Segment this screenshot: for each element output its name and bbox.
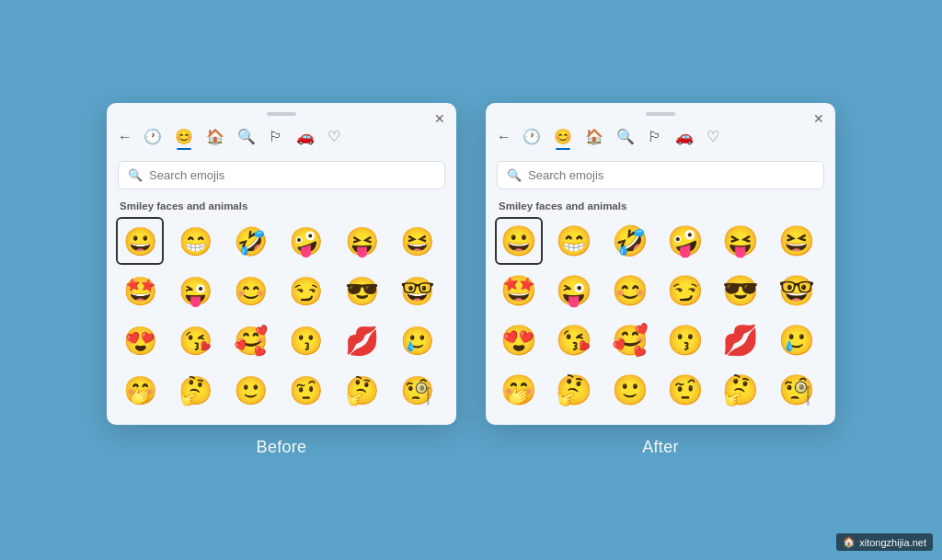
after-emoji-cell-3[interactable]: 🤪: [661, 217, 709, 265]
after-emoji-cell-23[interactable]: 🧐: [773, 366, 821, 414]
emoji-cell-20[interactable]: 🙂: [227, 366, 275, 414]
before-emoji-picker: ✕ ← 🕐 😊 🏠 🔍 🏳 🚗 ♡ 🔍 Smiley faces and an: [107, 103, 456, 425]
after-nav-heart[interactable]: ♡: [703, 125, 723, 148]
after-label: After: [642, 438, 679, 457]
after-emoji-cell-8[interactable]: 😊: [606, 267, 654, 314]
emoji-cell-2[interactable]: 🤣: [227, 217, 275, 265]
before-drag-handle: [267, 112, 296, 116]
after-emoji-cell-4[interactable]: 😝: [717, 217, 764, 265]
after-nav-car[interactable]: 🚗: [672, 125, 697, 148]
after-nav-people[interactable]: 🏠: [581, 125, 607, 148]
emoji-cell-17[interactable]: 🥲: [394, 316, 442, 364]
after-emoji-cell-6[interactable]: 🤩: [495, 267, 543, 314]
emoji-cell-6[interactable]: 🤩: [116, 267, 164, 314]
after-titlebar: ✕: [486, 103, 835, 121]
after-nav-recent[interactable]: 🕐: [519, 125, 545, 148]
after-emoji-cell-9[interactable]: 😏: [661, 267, 709, 314]
after-emoji-cell-13[interactable]: 😘: [550, 316, 598, 364]
after-section-label: Smiley faces and animals: [486, 197, 835, 217]
before-label: Before: [257, 438, 307, 457]
emoji-cell-8[interactable]: 😊: [227, 267, 275, 314]
after-close-button[interactable]: ✕: [813, 112, 824, 125]
after-emoji-cell-19[interactable]: 🤔: [550, 366, 598, 414]
after-emoji-cell-14[interactable]: 🥰: [606, 316, 654, 364]
emoji-cell-13[interactable]: 😘: [171, 316, 219, 364]
after-emoji-cell-15[interactable]: 😗: [661, 316, 709, 364]
after-emoji-cell-11[interactable]: 🤓: [773, 267, 821, 314]
after-nav-search2[interactable]: 🔍: [613, 125, 638, 148]
emoji-cell-3[interactable]: 🤪: [282, 217, 330, 265]
watermark-text: xitongzhijia.net: [859, 537, 926, 548]
after-emoji-cell-12[interactable]: 😍: [495, 316, 543, 364]
after-emoji-cell-1[interactable]: 😁: [550, 217, 598, 265]
before-nav-smiley[interactable]: 😊: [171, 125, 197, 148]
after-emoji-cell-16[interactable]: 💋: [717, 316, 764, 364]
after-emoji-cell-10[interactable]: 😎: [717, 267, 764, 314]
before-nav-car[interactable]: 🚗: [293, 125, 318, 148]
before-back-icon[interactable]: ←: [118, 129, 132, 145]
before-search-icon: 🔍: [128, 168, 143, 182]
after-emoji-cell-0[interactable]: 😀: [495, 217, 543, 265]
emoji-cell-22[interactable]: 🤔: [338, 366, 385, 414]
emoji-cell-21[interactable]: 🤨: [282, 366, 330, 414]
after-back-icon[interactable]: ←: [497, 129, 511, 145]
emoji-cell-11[interactable]: 🤓: [394, 267, 442, 314]
after-nav-icons: 🕐 😊 🏠 🔍 🏳 🚗 ♡: [519, 125, 723, 148]
after-emoji-picker: ✕ ← 🕐 😊 🏠 🔍 🏳 🚗 ♡ 🔍 Smiley faces and an: [486, 103, 835, 425]
emoji-cell-23[interactable]: 🧐: [394, 366, 442, 414]
after-emoji-cell-5[interactable]: 😆: [773, 217, 821, 265]
before-close-button[interactable]: ✕: [434, 112, 445, 125]
before-panel-wrapper: ✕ ← 🕐 😊 🏠 🔍 🏳 🚗 ♡ 🔍 Smiley faces and an: [107, 103, 456, 457]
before-emoji-grid: 😀 😁 🤣 🤪 😝 😆 🤩 😜 😊 😏 😎 🤓 😍 😘 🥰 😗 💋 🥲 🤭: [107, 217, 456, 414]
emoji-cell-4[interactable]: 😝: [338, 217, 385, 265]
emoji-cell-7[interactable]: 😜: [171, 267, 219, 314]
before-nav-people[interactable]: 🏠: [202, 125, 228, 148]
emoji-cell-9[interactable]: 😏: [282, 267, 330, 314]
after-nav-smiley[interactable]: 😊: [550, 125, 576, 148]
before-nav-search2[interactable]: 🔍: [234, 125, 259, 148]
after-emoji-cell-21[interactable]: 🤨: [661, 366, 709, 414]
after-drag-handle: [646, 112, 675, 116]
emoji-cell-16[interactable]: 💋: [338, 316, 385, 364]
before-nav-recent[interactable]: 🕐: [140, 125, 166, 148]
emoji-cell-0[interactable]: 😀: [116, 217, 164, 265]
before-section-label: Smiley faces and animals: [107, 197, 456, 217]
emoji-cell-12[interactable]: 😍: [116, 316, 164, 364]
after-emoji-cell-22[interactable]: 🤔: [717, 366, 764, 414]
after-emoji-cell-20[interactable]: 🙂: [606, 366, 654, 414]
emoji-cell-19[interactable]: 🤔: [171, 366, 219, 414]
before-nav-flag[interactable]: 🏳: [265, 126, 287, 148]
before-nav: ← 🕐 😊 🏠 🔍 🏳 🚗 ♡: [107, 121, 456, 155]
after-search-box[interactable]: 🔍: [497, 161, 824, 189]
after-emoji-cell-2[interactable]: 🤣: [606, 217, 654, 265]
watermark-icon: 🏠: [843, 536, 856, 548]
before-search-input[interactable]: [149, 168, 435, 182]
emoji-cell-14[interactable]: 🥰: [227, 316, 275, 364]
before-titlebar: ✕: [107, 103, 456, 121]
after-emoji-grid: 😀 😁 🤣 🤪 😝 😆 🤩 😜 😊 😏 😎 🤓 😍 😘 🥰 😗 💋 🥲 🤭: [486, 217, 835, 414]
after-panel-wrapper: ✕ ← 🕐 😊 🏠 🔍 🏳 🚗 ♡ 🔍 Smiley faces and an: [486, 103, 835, 457]
after-search-input[interactable]: [528, 168, 814, 182]
emoji-cell-5[interactable]: 😆: [394, 217, 442, 265]
watermark: 🏠 xitongzhijia.net: [836, 533, 933, 551]
after-search-icon: 🔍: [507, 168, 522, 182]
after-emoji-cell-18[interactable]: 🤭: [495, 366, 543, 414]
after-nav-flag[interactable]: 🏳: [644, 126, 666, 148]
emoji-cell-18[interactable]: 🤭: [116, 366, 164, 414]
emoji-cell-15[interactable]: 😗: [282, 316, 330, 364]
after-emoji-cell-7[interactable]: 😜: [550, 267, 598, 314]
emoji-cell-1[interactable]: 😁: [171, 217, 219, 265]
after-nav: ← 🕐 😊 🏠 🔍 🏳 🚗 ♡: [486, 121, 835, 155]
emoji-cell-10[interactable]: 😎: [338, 267, 385, 314]
before-search-box[interactable]: 🔍: [118, 161, 445, 189]
after-emoji-cell-17[interactable]: 🥲: [773, 316, 821, 364]
before-nav-heart[interactable]: ♡: [324, 125, 344, 148]
before-nav-icons: 🕐 😊 🏠 🔍 🏳 🚗 ♡: [140, 125, 344, 148]
